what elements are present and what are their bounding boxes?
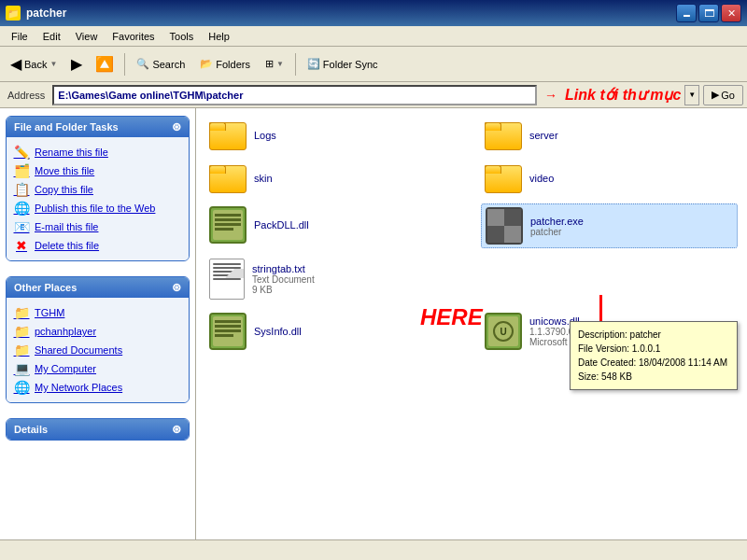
views-button[interactable]: ⊞ ▼ (259, 50, 290, 78)
move-file-item[interactable]: 🗂️ Move this file (10, 161, 185, 180)
minimize-button[interactable]: 🗕 (676, 4, 697, 22)
list-item[interactable]: video (481, 161, 738, 196)
go-icon: ▶ (712, 89, 719, 101)
file-tasks-body: ✏️ Rename this file 🗂️ Move this file 📋 … (7, 137, 189, 260)
file-size: 9 KB (252, 285, 315, 295)
address-link-text: Link tới thư mục (565, 86, 681, 104)
details-header[interactable]: Details ⊛ (7, 419, 189, 440)
back-button[interactable]: ◀ Back ▼ (4, 50, 63, 78)
svg-text:U: U (500, 327, 506, 337)
pchanhplayer-folder-item[interactable]: 📁 pchanhplayer (10, 322, 185, 341)
email-icon: 📧 (14, 219, 29, 234)
list-item[interactable]: Logs (205, 118, 462, 153)
folder-sync-icon: 🔄 (307, 58, 320, 70)
other-places-section: Other Places ⊛ 📁 TGHM 📁 pchanhplayer 📁 S… (6, 276, 190, 403)
close-button[interactable]: ✕ (721, 4, 741, 22)
toolbar-separator-1 (124, 53, 125, 76)
list-item[interactable]: server (481, 118, 738, 153)
rename-icon: ✏️ (14, 145, 29, 160)
menu-favorites[interactable]: Favorites (105, 29, 162, 44)
file-name: PackDLL.dll (254, 219, 309, 231)
file-name: stringtab.txt (252, 263, 315, 274)
delete-file-item[interactable]: ✖ Delete this file (10, 236, 185, 255)
folders-button[interactable]: 📂 Folders (193, 50, 257, 78)
network-icon: 🌐 (14, 380, 29, 395)
list-item[interactable]: stringtab.txt Text Document 9 KB (205, 256, 462, 302)
address-bar: Address → Link tới thư mục ▼ ▶ Go (0, 82, 747, 108)
list-item[interactable]: PackDLL.dll (205, 203, 462, 246)
exe-icon (486, 207, 523, 245)
shared-docs-icon: 📁 (14, 343, 29, 357)
shared-docs-item[interactable]: 📁 Shared Documents (10, 341, 185, 359)
app-icon: 📁 (6, 6, 21, 21)
menu-tools[interactable]: Tools (162, 29, 202, 44)
window-title: patcher (26, 7, 66, 20)
file-tasks-arrow: ⊛ (172, 120, 181, 133)
tooltip-version: File Version: 1.0.0.1 (578, 342, 729, 356)
svg-rect-7 (487, 209, 504, 226)
other-places-header[interactable]: Other Places ⊛ (7, 277, 189, 298)
folder-icon (485, 163, 522, 193)
address-dropdown-button[interactable]: ▼ (684, 85, 699, 105)
toolbar-separator-2 (295, 53, 296, 76)
views-icon: ⊞ (265, 58, 274, 70)
go-button[interactable]: ▶ Go (703, 85, 743, 105)
file-name: server (529, 130, 558, 141)
my-computer-item[interactable]: 💻 My Computer (10, 359, 185, 378)
file-subname: patcher (530, 227, 584, 237)
computer-icon: 💻 (14, 361, 29, 376)
search-button[interactable]: 🔍 Search (130, 50, 191, 78)
publish-file-item[interactable]: 🌐 Publish this file to the Web (10, 199, 185, 217)
up-icon: 🔼 (95, 55, 114, 73)
svg-rect-4 (215, 223, 241, 226)
svg-rect-10 (504, 209, 521, 226)
menu-edit[interactable]: Edit (35, 29, 68, 44)
copy-icon: 📋 (14, 182, 29, 197)
file-name: Logs (254, 130, 276, 141)
address-input[interactable] (52, 85, 537, 105)
left-panel: File and Folder Tasks ⊛ ✏️ Rename this f… (0, 108, 196, 539)
folder-icon (485, 120, 522, 150)
folder-icon (209, 163, 247, 193)
other-places-body: 📁 TGHM 📁 pchanhplayer 📁 Shared Documents… (7, 298, 189, 402)
file-area: Logs server skin video (196, 108, 747, 539)
tooltip-description: Description: patcher (578, 328, 729, 342)
toolbar: ◀ Back ▼ ▶ 🔼 🔍 Search 📂 Folders ⊞ ▼ 🔄 Fo… (0, 47, 747, 82)
rename-file-item[interactable]: ✏️ Rename this file (10, 143, 185, 161)
list-item[interactable]: patcher.exe patcher (481, 203, 738, 248)
menu-help[interactable]: Help (201, 29, 237, 44)
folder-sync-button[interactable]: 🔄 Folder Sync (301, 50, 385, 78)
svg-rect-13 (215, 320, 241, 323)
details-section: Details ⊛ (6, 418, 190, 441)
folders-icon: 📂 (200, 58, 213, 70)
file-name: video (529, 173, 554, 184)
menu-bar: File Edit View Favorites Tools Help (0, 26, 747, 47)
file-name: skin (254, 173, 273, 184)
file-name: SysInfo.dll (254, 326, 302, 337)
tghm-folder-icon: 📁 (14, 305, 29, 320)
email-file-item[interactable]: 📧 E-mail this file (10, 217, 185, 236)
maximize-button[interactable]: 🗖 (698, 4, 719, 22)
status-bar (0, 539, 747, 560)
file-tasks-section: File and Folder Tasks ⊛ ✏️ Rename this f… (6, 116, 190, 261)
forward-button[interactable]: ▶ (65, 50, 88, 78)
here-label: HERE (420, 304, 483, 330)
window-controls: 🗕 🗖 ✕ (676, 4, 741, 22)
file-tasks-header[interactable]: File and Folder Tasks ⊛ (7, 117, 189, 137)
tghm-folder-item[interactable]: 📁 TGHM (10, 303, 185, 322)
svg-rect-14 (215, 325, 241, 328)
up-button[interactable]: 🔼 (90, 50, 120, 78)
svg-rect-15 (215, 329, 241, 332)
back-dropdown-arrow: ▼ (49, 60, 57, 68)
file-name: patcher.exe (530, 216, 584, 227)
file-tooltip: Description: patcher File Version: 1.0.0… (570, 321, 738, 390)
svg-rect-8 (504, 226, 521, 243)
svg-rect-5 (215, 228, 233, 231)
list-item[interactable]: skin (205, 161, 462, 196)
copy-file-item[interactable]: 📋 Copy this file (10, 180, 185, 199)
title-bar: 📁 patcher 🗕 🗖 ✕ (0, 0, 747, 26)
address-label: Address (4, 90, 49, 101)
menu-view[interactable]: View (68, 29, 106, 44)
network-places-item[interactable]: 🌐 My Network Places (10, 378, 185, 397)
menu-file[interactable]: File (4, 29, 35, 44)
